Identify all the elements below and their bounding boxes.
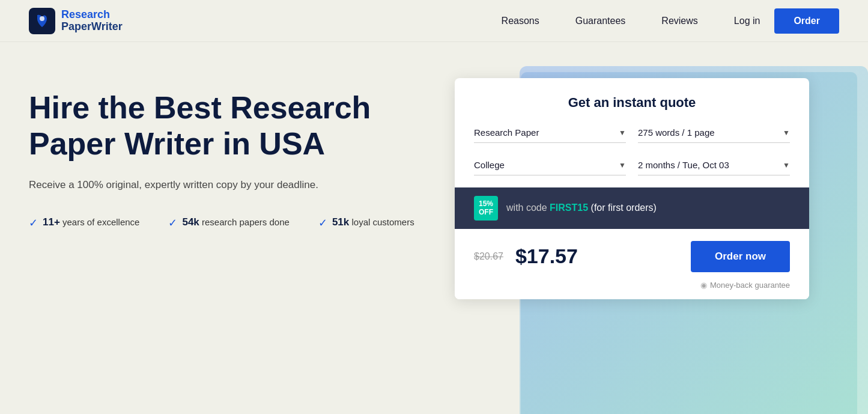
logo[interactable]: Research PaperWriter xyxy=(29,8,123,34)
stat-customers-text: 51k loyal customers xyxy=(332,215,414,230)
quote-card-header: Get an instant quote xyxy=(455,78,809,123)
stats-row: ✓ 11+ years of excellence ✓ 54k research… xyxy=(29,215,431,230)
main-content: Hire the Best Research Paper Writer in U… xyxy=(0,42,868,414)
check-icon-years: ✓ xyxy=(29,216,38,230)
shield-icon: ◉ xyxy=(700,281,707,290)
money-back-guarantee: ◉ Money-back guarantee xyxy=(455,281,809,299)
header: Research PaperWriter Reasons Guarantees … xyxy=(0,0,868,42)
nav-reasons[interactable]: Reasons xyxy=(502,16,539,26)
stat-years-text: 11+ years of excellence xyxy=(43,215,139,230)
deadline-select[interactable]: 2 months / Tue, Oct 03 ▼ xyxy=(638,155,790,175)
stat-papers: ✓ 54k research papers done xyxy=(168,215,289,230)
stat-years: ✓ 11+ years of excellence xyxy=(29,215,139,230)
nav-reviews[interactable]: Reviews xyxy=(661,16,697,26)
promo-banner: 15% OFF with code FIRST15 (for first ord… xyxy=(455,187,809,229)
pages-select[interactable]: 275 words / 1 page ▼ xyxy=(638,123,790,143)
main-nav: Reasons Guarantees Reviews xyxy=(502,16,698,26)
hero-right: Get an instant quote Research Paper ▼ 27… xyxy=(455,78,839,299)
new-price: $17.57 xyxy=(515,245,578,268)
quote-card: Get an instant quote Research Paper ▼ 27… xyxy=(455,78,809,299)
quote-fields: Research Paper ▼ 275 words / 1 page ▼ Co… xyxy=(455,123,809,175)
paper-type-label: Research Paper xyxy=(474,127,539,138)
pages-arrow: ▼ xyxy=(783,129,790,137)
quote-row-2: College ▼ 2 months / Tue, Oct 03 ▼ xyxy=(474,155,790,175)
svg-point-1 xyxy=(40,16,44,21)
level-arrow: ▼ xyxy=(619,161,626,169)
order-now-button[interactable]: Order now xyxy=(691,241,790,272)
pages-label: 275 words / 1 page xyxy=(638,127,715,138)
quote-row-1: Research Paper ▼ 275 words / 1 page ▼ xyxy=(474,123,790,143)
hero-left: Hire the Best Research Paper Writer in U… xyxy=(29,78,455,230)
level-label: College xyxy=(474,160,505,170)
promo-text: with code FIRST15 (for first orders) xyxy=(506,202,657,213)
paper-type-arrow: ▼ xyxy=(619,129,626,137)
check-icon-customers: ✓ xyxy=(318,216,327,230)
hero-subtitle: Receive a 100% original, expertly writte… xyxy=(29,179,431,191)
check-icon-papers: ✓ xyxy=(168,216,177,230)
deadline-label: 2 months / Tue, Oct 03 xyxy=(638,160,729,170)
deadline-arrow: ▼ xyxy=(783,161,790,169)
logo-text: Research PaperWriter xyxy=(61,9,123,33)
stat-papers-text: 54k research papers done xyxy=(182,215,289,230)
old-price: $20.67 xyxy=(474,251,503,262)
promo-badge: 15% OFF xyxy=(474,196,498,221)
header-order-button[interactable]: Order xyxy=(774,8,839,34)
logo-icon xyxy=(29,8,55,34)
price-row: $20.67 $17.57 Order now xyxy=(455,229,809,287)
paper-type-select[interactable]: Research Paper ▼ xyxy=(474,123,626,143)
nav-guarantees[interactable]: Guarantees xyxy=(575,16,626,26)
quote-card-title: Get an instant quote xyxy=(474,95,790,111)
level-select[interactable]: College ▼ xyxy=(474,155,626,175)
hero-title: Hire the Best Research Paper Writer in U… xyxy=(29,90,401,162)
login-link[interactable]: Log in xyxy=(734,16,760,26)
stat-customers: ✓ 51k loyal customers xyxy=(318,215,414,230)
